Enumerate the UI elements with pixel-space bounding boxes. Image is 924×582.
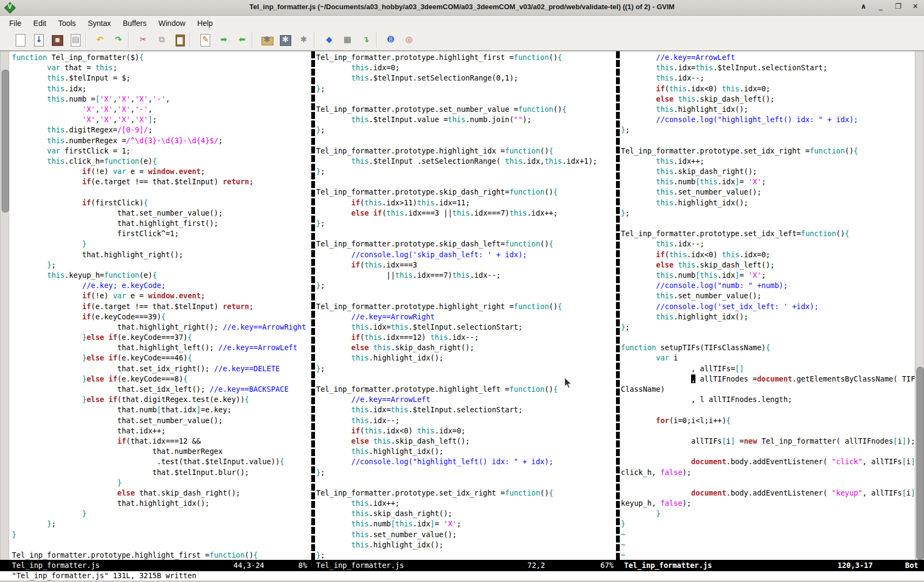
pane-3[interactable]: //e.key==ArrowLeft this.idx=this.$telInp… <box>620 51 915 560</box>
code-line: }else if(e.keyCode===46){ <box>12 353 311 363</box>
code-line: }; <box>316 218 616 229</box>
menu-edit[interactable]: Edit <box>28 17 52 29</box>
code-line: this.idx; <box>12 84 311 94</box>
save-all-button[interactable]: ▪ <box>50 33 64 47</box>
code-line <box>621 332 915 343</box>
minimize-button[interactable]: _ <box>876 2 885 12</box>
status-filename: Tel_inp_formatter.js <box>316 560 404 571</box>
find-next-button[interactable]: ➡ <box>217 33 231 47</box>
undo-button[interactable]: ↶ <box>93 33 107 47</box>
left-scrollbar[interactable] <box>0 51 9 560</box>
code-line: click_h, false); <box>621 467 915 478</box>
code-line: this.skip_dash_right(); <box>621 166 915 177</box>
code-line: //console.log("highlight_left() idx: " +… <box>316 457 616 467</box>
jump-to-tag-button[interactable]: ↴ <box>359 33 373 47</box>
code-line: } <box>621 519 915 529</box>
code-line: Tel_inp_formatter.prototype.highlight_fi… <box>316 52 616 63</box>
menu-buffers[interactable]: Buffers <box>117 17 152 29</box>
code-line: that.highlight_left(); //e.key==ArrowLef… <box>12 343 311 353</box>
make-button[interactable]: ◆ <box>322 33 336 47</box>
menu-syntax[interactable]: Syntax <box>82 17 117 29</box>
redo-button[interactable]: ↷ <box>111 33 125 47</box>
code-line: Tel_inp_formatter.prototype.highlight_id… <box>316 146 616 156</box>
code-line: this.numb[this.idx]= 'X'; <box>621 177 915 187</box>
code-line: }; <box>316 125 616 135</box>
code-line <box>316 177 616 187</box>
code-line: that.numberRegex <box>12 446 311 457</box>
maximize-button[interactable]: ❐ <box>894 2 902 12</box>
code-line: that.highlight_first(); <box>12 218 311 229</box>
pane-separator-1[interactable] <box>311 51 315 560</box>
left-scrollbar-thumb[interactable] <box>2 70 9 212</box>
save-session-button[interactable]: ✱ <box>278 33 292 47</box>
code-line <box>621 426 915 436</box>
code-line: this.numb =['X','X','X','-', <box>12 94 311 104</box>
code-line <box>621 405 915 415</box>
code-line: that.set_idx_left(); //e.key==BACKSPACE <box>12 384 311 394</box>
pane-2[interactable]: Tel_inp_formatter.prototype.highlight_fi… <box>315 51 616 560</box>
code-line: this.set_number_value(); <box>621 291 915 301</box>
open-file-icon <box>16 34 25 46</box>
code-line: this.highlight_idx(); <box>316 353 616 363</box>
code-line: ||this.idx===7)this.idx--; <box>316 270 616 280</box>
status-segment-1: Tel_inp_formatter.js 44,3-24 8% <box>0 560 313 571</box>
code-line: document.body.addEventListener( "click",… <box>621 457 915 467</box>
editor-area: function Tel_inp_formatter($){ var that … <box>0 51 924 560</box>
save-file-button[interactable]: ↓ <box>32 33 46 47</box>
code-line: if(this.idx<0) this.idx=0; <box>316 426 616 436</box>
load-session-button[interactable]: ✱ <box>260 33 274 47</box>
code-line: Tel_inp_formatter.prototype.highlight_fi… <box>12 550 311 560</box>
code-line: allTIFs[i] =new Tel_inp_formatter( allTI… <box>621 436 915 446</box>
code-line: this.numb[this.idx]= 'X'; <box>316 519 616 529</box>
code-line: else this.skip_dash_left(); <box>621 260 915 270</box>
code-line: }; <box>316 166 616 177</box>
code-line: ~ <box>621 530 915 540</box>
menu-window[interactable]: Window <box>152 17 191 29</box>
code-line: that.highlight_right(); //e.key==ArrowRi… <box>12 322 311 332</box>
code-line: this.numberRegex =/^\d{3}-\d{3}-\d{4}$/; <box>12 136 311 146</box>
status-ruler: 44,3-24 <box>233 560 264 571</box>
code-line: }; <box>621 322 915 332</box>
menu-help[interactable]: Help <box>191 17 219 29</box>
menu-file[interactable]: File <box>3 17 28 29</box>
print-button[interactable]: ▤ <box>69 33 83 47</box>
code-line: function Tel_inp_formatter($){ <box>12 52 311 63</box>
find-replace-button[interactable]: ✎ <box>198 33 212 47</box>
right-scrollbar-thumb[interactable] <box>916 367 924 560</box>
build-tags-button[interactable]: ▦ <box>340 33 354 47</box>
code-line: this.idx=this.$telInput.selectionStart; <box>316 322 616 332</box>
run-script-button[interactable]: ✱ <box>297 33 311 47</box>
menu-tools[interactable]: Tools <box>52 17 82 29</box>
find-in-help-button[interactable]: ◎ <box>402 33 416 47</box>
code-line: }; <box>316 84 616 94</box>
close-button[interactable]: ✕ <box>911 2 920 12</box>
copy-button[interactable]: ⧉ <box>155 33 169 47</box>
code-line: 'X','X','X','X']; <box>12 115 311 125</box>
code-line: //console.log('skip_dash_left: ' + idx); <box>316 250 616 260</box>
cut-button[interactable]: ✂ <box>136 33 150 47</box>
code-line: else that.skip_dash_right(); <box>12 488 311 498</box>
code-line: this.set_number_value(); <box>621 187 915 197</box>
code-line: that.idx++; <box>12 426 311 436</box>
code-line: Tel_inp_formatter.prototype.highlight_ri… <box>316 302 616 312</box>
open-file-button[interactable] <box>14 33 28 47</box>
find-next-icon: ➡ <box>217 35 231 44</box>
code-line: for(i=0;i<l;i++){ <box>621 416 915 426</box>
find-prev-button[interactable]: ⬅ <box>235 33 249 47</box>
help-button[interactable]: ➑ <box>384 33 398 47</box>
code-line: //console.log("numb: " +numb); <box>621 280 915 291</box>
code-line: , l allTIFnodes.length; <box>621 394 915 405</box>
pane-1[interactable]: function Tel_inp_formatter($){ var that … <box>9 51 311 560</box>
shade-button[interactable]: ∧ <box>859 2 868 12</box>
pane-separator-2[interactable] <box>616 51 620 560</box>
code-line: that.$telInput.blur(); <box>12 467 311 478</box>
code-line: } <box>12 530 311 540</box>
code-line: this.$telInput.setSelectionRange(0,1); <box>316 73 616 83</box>
right-scrollbar[interactable] <box>915 51 924 560</box>
paste-button[interactable] <box>173 33 187 47</box>
mouse-pointer-icon <box>564 377 573 389</box>
code-line: this.idx=this.$telInput.selectionStart; <box>316 405 616 415</box>
code-line: that.highlight_idx(); <box>12 498 311 509</box>
code-line: firstClick^=1; <box>12 229 311 239</box>
code-line <box>621 136 915 146</box>
